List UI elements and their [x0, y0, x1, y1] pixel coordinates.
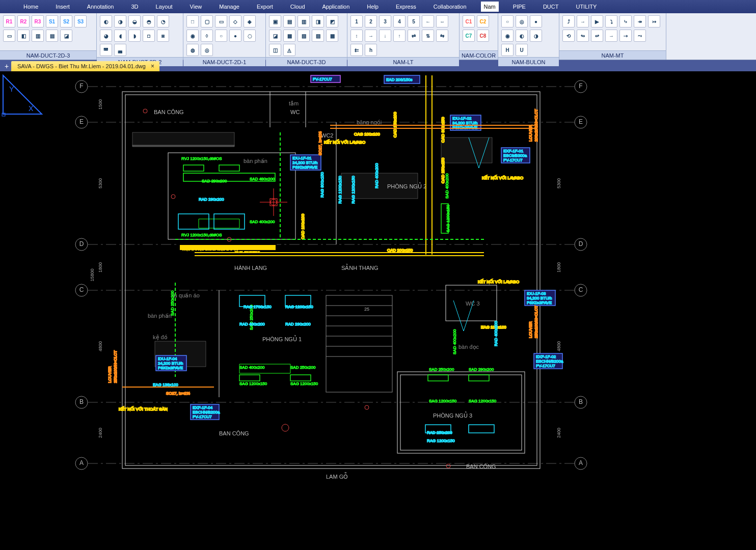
close-tab-icon[interactable]: × — [151, 61, 154, 71]
ribbon-button[interactable]: ● — [530, 15, 542, 28]
ribbon-button[interactable]: C1 — [463, 15, 475, 28]
ribbon-button[interactable]: ◒ — [128, 15, 141, 28]
ribbon-button[interactable]: ▭ — [215, 15, 227, 28]
menu-cloud[interactable]: Cloud — [287, 2, 308, 12]
ribbon-button[interactable]: R2 — [17, 15, 30, 28]
ribbon-button[interactable]: ⟲ — [562, 30, 575, 42]
ribbon-button[interactable]: S2 — [60, 15, 72, 28]
ribbon-button[interactable]: ◎ — [201, 44, 213, 56]
ribbon-button[interactable]: U — [516, 44, 528, 56]
menu-pipe[interactable]: PIPE — [510, 2, 529, 12]
ribbon-button[interactable]: ◪ — [60, 30, 72, 42]
menu-duct[interactable]: DUCT — [540, 2, 562, 12]
ribbon-button[interactable]: ⇇ — [350, 44, 363, 56]
ribbon-button[interactable]: ⇢ — [619, 30, 632, 42]
drawing-canvas[interactable]: F E D C B A F E D C B A 15800 1500 5300 … — [0, 71, 756, 550]
ribbon-button[interactable]: ▣ — [269, 15, 281, 28]
ribbon-button[interactable]: ↠ — [634, 15, 646, 28]
ribbon-button[interactable]: □ — [186, 15, 199, 28]
ribbon-button[interactable]: C8 — [477, 30, 489, 42]
menu-application[interactable]: Application — [319, 2, 353, 12]
ribbon-button[interactable]: ◨ — [312, 15, 324, 28]
ribbon-button[interactable]: ◬ — [283, 44, 295, 56]
ribbon-button[interactable]: ◍ — [186, 44, 199, 56]
ribbon-button[interactable]: ◔ — [157, 15, 169, 28]
ribbon-button[interactable]: → — [577, 15, 589, 28]
ribbon-button[interactable]: ⤳ — [634, 30, 646, 42]
ribbon-button[interactable]: ⤴ — [562, 15, 575, 28]
ribbon-button[interactable]: ◧ — [17, 30, 30, 42]
ribbon-button[interactable]: ◈ — [244, 15, 256, 28]
ribbon-button[interactable]: 2 — [365, 15, 377, 28]
ribbon-button[interactable]: ▦ — [283, 30, 295, 42]
ribbon-button[interactable]: ▤ — [46, 30, 58, 42]
ribbon-button[interactable]: → — [605, 30, 617, 42]
ribbon-button[interactable]: ◑ — [114, 15, 126, 28]
menu-express[interactable]: Express — [393, 2, 419, 12]
ribbon-button[interactable]: ◙ — [157, 30, 169, 42]
ribbon-button[interactable]: ↣ — [648, 15, 660, 28]
menu-manage[interactable]: Manage — [216, 2, 242, 12]
ribbon-button[interactable]: ○ — [215, 30, 227, 42]
menu-annotation[interactable]: Annotation — [84, 2, 117, 12]
ribbon-button[interactable]: ○ — [501, 15, 514, 28]
ribbon-button[interactable]: 3 — [379, 15, 391, 28]
ribbon-button[interactable]: ▧ — [298, 30, 310, 42]
ribbon-button[interactable]: ◚ — [100, 44, 112, 56]
ribbon-button[interactable]: 5 — [408, 15, 420, 28]
ribbon-button[interactable]: ▥ — [32, 30, 44, 42]
ribbon-button[interactable]: ◎ — [516, 15, 528, 28]
ribbon-button[interactable]: ▨ — [312, 30, 324, 42]
menu-layout[interactable]: Layout — [153, 2, 176, 12]
menu-utility[interactable]: UTILITY — [573, 2, 600, 12]
ribbon-button[interactable]: ◉ — [501, 30, 514, 42]
ribbon-button[interactable]: S3 — [74, 15, 87, 28]
ribbon-button[interactable]: ◫ — [269, 44, 281, 56]
menu-nam[interactable]: Nam — [481, 2, 499, 12]
ribbon-button[interactable]: ↬ — [577, 30, 589, 42]
ribbon-button[interactable]: ◪ — [269, 30, 281, 42]
ribbon-button[interactable]: ◐ — [516, 30, 528, 42]
menu-3d[interactable]: 3D — [128, 2, 141, 12]
ribbon-button[interactable]: ◛ — [114, 44, 126, 56]
ribbon-button[interactable]: ◐ — [100, 15, 112, 28]
ribbon-button[interactable]: ↕ — [350, 30, 363, 42]
ribbon-button[interactable]: ● — [229, 30, 241, 42]
ribbon-button[interactable]: ⤷ — [619, 15, 632, 28]
ribbon-button[interactable]: ↫ — [591, 30, 603, 42]
ribbon-button[interactable]: ◓ — [143, 15, 155, 28]
new-tab-button[interactable]: + — [2, 61, 11, 71]
ribbon-button[interactable]: → — [365, 30, 377, 42]
ribbon-button[interactable]: S1 — [46, 15, 58, 28]
ribbon-button[interactable]: ↓ — [379, 30, 391, 42]
menu-help[interactable]: Help — [364, 2, 382, 12]
ribbon-button[interactable]: ◌ — [244, 30, 256, 42]
ribbon-button[interactable]: ◉ — [186, 30, 199, 42]
ribbon-button[interactable]: R1 — [3, 15, 15, 28]
ribbon-button[interactable]: ◑ — [530, 30, 542, 42]
menu-export[interactable]: Export — [254, 2, 276, 12]
menu-insert[interactable]: Insert — [52, 2, 73, 12]
ribbon-button[interactable]: ⤵ — [605, 15, 617, 28]
ribbon-button[interactable]: ▥ — [298, 15, 310, 28]
ribbon-button[interactable]: ⇆ — [436, 30, 448, 42]
ribbon-button[interactable]: ◊ — [201, 30, 213, 42]
ribbon-button[interactable]: H — [501, 44, 514, 56]
ribbon-button[interactable]: ▢ — [201, 15, 213, 28]
ribbon-button[interactable]: ◩ — [326, 15, 338, 28]
ribbon-button[interactable]: ⇄ — [408, 30, 420, 42]
document-tab[interactable]: SAVA - DWGS - Biet Thu Mr.Liem - 2019.04… — [11, 61, 159, 71]
menu-collaboration[interactable]: Collaboration — [430, 2, 470, 12]
ribbon-button[interactable]: C7 — [463, 30, 475, 42]
ribbon-button[interactable]: ← — [422, 15, 434, 28]
menu-view[interactable]: View — [187, 2, 205, 12]
ribbon-button[interactable]: ◘ — [143, 30, 155, 42]
ribbon-button[interactable]: ↔ — [436, 15, 448, 28]
ribbon-button[interactable]: ▤ — [283, 15, 295, 28]
ribbon-button[interactable]: ▭ — [3, 30, 15, 42]
menu-home[interactable]: Home — [20, 2, 41, 12]
ribbon-button[interactable]: ◕ — [100, 30, 112, 42]
ribbon-button[interactable]: ⇅ — [422, 30, 434, 42]
ribbon-button[interactable]: ◇ — [229, 15, 241, 28]
ribbon-button[interactable]: ▶ — [591, 15, 603, 28]
